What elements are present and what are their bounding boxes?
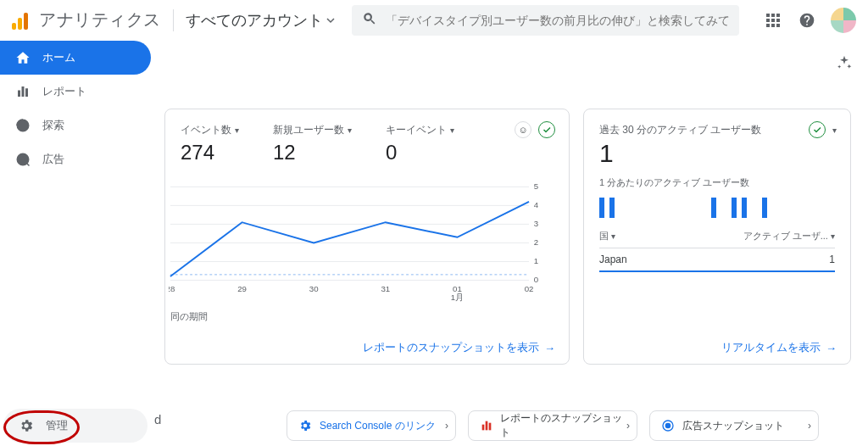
section-title: d [154,412,161,426]
link-label: レポートのスナップショットを表示 [363,340,539,355]
trend-line-chart: 01234528293031011月02 [169,180,554,307]
chevron-down-icon: ▾ [611,231,615,241]
svg-point-39 [665,423,670,427]
link-label: リアルタイムを表示 [721,340,821,355]
minibar [762,198,767,218]
search-bar[interactable] [352,5,740,36]
sidebar-item-label: 探索 [42,118,64,133]
svg-text:3: 3 [534,219,538,228]
chevron-down-icon: ▾ [235,125,239,135]
svg-rect-37 [488,423,491,431]
svg-point-14 [20,157,25,162]
link-card-ads-snapshot[interactable]: 広告スナップショット › [649,410,819,441]
svg-rect-35 [481,425,484,431]
realtime-value: 1 [599,139,835,168]
data-quality-icon[interactable] [538,121,555,138]
col-country[interactable]: 国 ▾ [599,230,615,243]
overview-card: ☺ イベント数▾ 274 新規ユーザー数▾ 12 キーイベント▾ [164,109,570,365]
insights-icon[interactable] [836,54,853,74]
metric-key-events[interactable]: キーイベント▾ 0 [386,123,454,164]
user-avatar[interactable] [831,8,856,33]
sidebar-item-label: 広告 [42,152,64,167]
svg-rect-0 [766,14,770,17]
view-report-snapshot-link[interactable]: レポートのスナップショットを表示 → [363,340,555,355]
minibar [732,198,737,218]
svg-text:1月: 1月 [451,293,464,302]
report-icon [479,418,493,433]
account-selector-label: すべてのアカウント [186,10,323,31]
realtime-minibars [599,194,835,218]
recommendation-cards: Search Console のリンク › レポートのスナップショット › 広告… [287,410,819,441]
svg-rect-9 [18,91,20,98]
svg-rect-2 [776,14,780,17]
svg-text:28: 28 [169,284,175,293]
svg-text:29: 29 [237,284,247,293]
account-selector[interactable]: すべてのアカウント [186,10,335,31]
realtime-card: ▾ 過去 30 分のアクティブ ユーザー数 1 1 分あたりのアクティブ ユーザ… [583,109,851,365]
help-icon[interactable] [797,10,817,31]
link-card-report-snapshot[interactable]: レポートのスナップショット › [468,410,637,441]
realtime-table-row: Japan1 [599,248,835,270]
metric-label: キーイベント [386,123,447,137]
sidebar-item-explore[interactable]: 探索 [0,109,151,142]
minibar [742,198,747,218]
minibar [609,198,615,218]
metric-label: 新規ユーザー数 [273,123,344,137]
metric-value: 12 [273,141,352,164]
minibar [711,198,716,218]
metric-new-users[interactable]: 新規ユーザー数▾ 12 [273,123,352,164]
svg-text:1: 1 [534,256,538,265]
svg-rect-4 [771,19,775,22]
svg-rect-7 [771,24,775,27]
svg-rect-6 [766,24,770,27]
panel-status-icon[interactable]: ☺ [515,121,531,138]
header-actions [763,8,856,33]
sidebar: ホーム レポート 探索 広告 管理 [0,41,151,446]
ads-icon [660,418,676,433]
chevron-down-icon [326,11,335,29]
metric-value: 0 [386,141,454,164]
svg-text:2: 2 [534,237,538,247]
search-input[interactable] [377,14,730,27]
metric-events[interactable]: イベント数▾ 274 [181,123,239,164]
svg-text:4: 4 [534,200,539,209]
svg-rect-10 [22,86,25,97]
sidebar-item-reports[interactable]: レポート [0,75,151,109]
chevron-right-icon: › [626,420,630,432]
sidebar-item-admin[interactable]: 管理 [3,409,147,443]
data-quality-icon[interactable] [809,121,826,138]
chevron-down-icon[interactable]: ▾ [832,125,837,135]
svg-text:31: 31 [381,284,390,293]
svg-text:30: 30 [309,284,319,293]
link-card-label: Search Console のリンク [320,419,436,433]
link-card-search-console[interactable]: Search Console のリンク › [287,410,456,441]
sidebar-item-ads[interactable]: 広告 [0,142,151,176]
svg-rect-11 [25,88,28,97]
arrow-right-icon: → [826,342,837,354]
apps-icon[interactable] [763,10,783,31]
link-card-label: レポートのスナップショット [500,411,626,440]
svg-rect-1 [771,14,775,17]
header-divider [173,9,174,31]
metric-label: イベント数 [181,123,231,137]
gear-icon [298,418,313,433]
svg-text:0: 0 [534,275,538,284]
analytics-logo-icon [12,11,31,30]
row-country: Japan [599,254,627,265]
realtime-title: 過去 30 分のアクティブ ユーザー数 [599,123,835,137]
realtime-subtitle: 1 分あたりのアクティブ ユーザー数 [599,176,835,189]
search-icon [362,11,377,29]
view-realtime-link[interactable]: リアルタイムを表示 → [721,340,837,355]
link-card-label: 広告スナップショット [682,419,784,433]
app-header: アナリティクス すべてのアカウント [0,0,868,41]
arrow-right-icon: → [544,342,555,354]
sidebar-item-label: ホーム [42,50,75,65]
col-users[interactable]: アクティブ ユーザ... ▾ [743,230,835,243]
chevron-down-icon: ▾ [450,125,454,135]
main-content: ☺ イベント数▾ 274 新規ユーザー数▾ 12 キーイベント▾ [151,41,868,446]
chevron-down-icon: ▾ [831,231,835,241]
sidebar-item-label: レポート [42,84,86,99]
row-underline [599,270,835,272]
sidebar-item-home[interactable]: ホーム [0,41,151,75]
product-title: アナリティクス [39,8,161,31]
